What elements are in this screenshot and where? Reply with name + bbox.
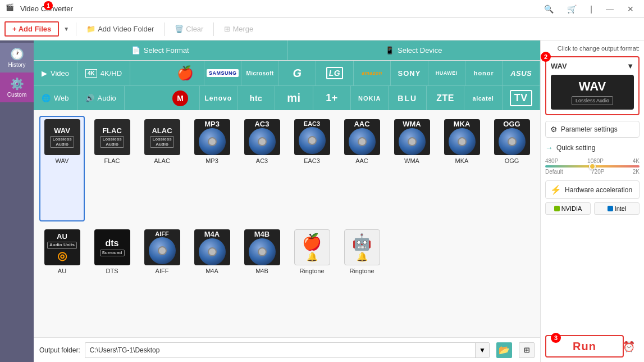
samsung-logo: SAMSUNG [207,69,239,77]
quality-thumb[interactable] [589,163,596,170]
mka-label: MKA [455,157,469,164]
brand-mi[interactable]: mi [275,86,313,110]
flac-label: FLAC [104,157,120,164]
sidebar-item-history[interactable]: 🕐 History [0,43,34,73]
add-files-dropdown[interactable]: ▼ [61,24,71,34]
brand-huawei[interactable]: HUAWEI [428,61,465,85]
mp3-disc [199,128,226,155]
browse-folder-button[interactable]: 📂 [496,342,512,358]
add-folder-button[interactable]: 📁 Add Video Folder [81,22,159,35]
brand-motorola[interactable]: M [162,86,199,110]
format-aiff[interactable]: AIFF AIFF [139,226,185,332]
brand-apple[interactable]: 🍎 [167,61,204,85]
brand-alcatel[interactable]: alcatel [464,86,502,110]
asus-logo: ASUS [510,69,532,78]
format-mka[interactable]: MKA MKA [439,116,485,221]
lg-logo: LG [326,67,343,79]
folder-open-icon: 📂 [499,345,510,355]
m4a-icon: M4A [194,229,230,265]
cat-hd[interactable]: 4K 4K/HD [77,61,130,85]
add-files-button[interactable]: + Add Files [4,21,59,37]
brand-honor[interactable]: honor [465,61,503,85]
brand-zte[interactable]: ZTE [427,86,464,110]
toolbar-separator-2 [164,22,165,36]
alac-icon: ALAC LosslessAudio [144,119,180,155]
search-icon[interactable]: 🔍 [540,3,558,15]
sidebar: 🕐 History ⚙️ Custom [0,40,34,362]
format-dropdown-arrow[interactable]: ▼ [627,62,634,70]
mka-icon: MKA [444,119,480,155]
format-m4a[interactable]: M4A M4A [189,226,235,332]
quick-setting-label: Quick setting [556,144,595,152]
copy-path-button[interactable]: ⊞ [519,342,535,358]
right-panel: Click to change output format: 2 WAV ▼ W… [540,40,644,362]
brand-htc[interactable]: htc [237,86,275,110]
brand-sony[interactable]: SONY [391,61,428,85]
format-dts[interactable]: dts Surround DTS [89,226,135,332]
brand-row-2: 🌐 Web 🔊 Audio M Lenovo htc mi 1+ [34,85,540,110]
format-wav[interactable]: WAV LosslessAudio WAV [39,116,85,221]
format-flac[interactable]: FLAC LosslessAudio FLAC [89,116,135,221]
hardware-acceleration-button[interactable]: ⚡ Hardware acceleration [545,180,640,199]
brand-asus[interactable]: ASUS [503,61,540,85]
cat-web[interactable]: 🌐 Web [34,86,77,110]
output-format-box: 2 WAV ▼ WAV Lossless Audio [545,56,640,115]
merge-button[interactable]: ⊞ Merge [218,22,259,35]
minimize-button[interactable]: — [601,3,618,15]
format-ogg[interactable]: OGG OGG [489,116,535,221]
format-mp3[interactable]: MP3 MP3 [189,116,235,221]
huawei-logo: HUAWEI [436,70,458,76]
intel-badge[interactable]: Intel [594,202,640,215]
format-ac3[interactable]: AC3 AC3 [239,116,285,221]
brand-microsoft[interactable]: Microsoft [241,61,278,85]
device-tab-icon: 📱 [385,46,394,55]
toolbar-separator-3 [213,22,214,36]
lenovo-logo: Lenovo [204,94,232,102]
brand-lenovo[interactable]: Lenovo [200,86,237,110]
nvidia-badge[interactable]: NVIDIA [545,202,591,215]
cart-icon[interactable]: 🛒 [563,3,581,15]
wav-label: WAV [56,157,69,164]
output-format-header: WAV ▼ [551,62,634,70]
format-au[interactable]: AU Audio Units ◎ AU [39,226,85,332]
brand-tv[interactable]: TV [503,86,540,110]
cat-audio[interactable]: 🔊 Audio [77,86,125,110]
google-logo: G [293,67,302,80]
clear-button[interactable]: 🗑️ Clear [169,22,209,35]
path-dropdown-button[interactable]: ▼ [475,343,489,358]
brand-oneplus[interactable]: 1+ [313,86,351,110]
quality-track[interactable] [545,165,640,168]
brand-blu[interactable]: BLU [389,86,426,110]
video-label: Video [51,69,69,78]
format-wma[interactable]: WMA WMA [389,116,435,221]
wma-label: WMA [404,157,419,164]
format-ringtone-android[interactable]: 🤖 🔔 Ringtone [339,226,385,332]
ogg-icon: OGG [494,119,530,155]
close-button[interactable]: ✕ [623,3,638,15]
format-aac[interactable]: AAC AAC [339,116,385,221]
alarm-button[interactable]: ⏰ [623,341,635,353]
parameter-settings-button[interactable]: ⚙ Parameter settings [545,121,640,138]
tab-select-format[interactable]: 📄 Select Format [34,40,287,60]
eac3-icon: EAC3 [294,119,330,155]
main-container: 🕐 History ⚙️ Custom 📄 Select Format 📱 Se… [0,40,644,362]
separator: | [586,3,597,15]
sidebar-item-custom[interactable]: ⚙️ Custom [0,73,34,102]
mp3-label: MP3 [205,157,218,164]
cat-video[interactable]: ▶ Video [34,61,77,85]
format-m4b[interactable]: M4B M4B [239,226,285,332]
brand-google[interactable]: G [279,61,316,85]
output-path-input[interactable] [85,346,475,354]
brand-samsung[interactable]: SAMSUNG [204,61,241,85]
brand-amazon[interactable]: amazon [354,61,391,85]
format-eac3[interactable]: EAC3 EAC3 [289,116,335,221]
app-title: Video Converter [20,4,540,13]
brand-nokia[interactable]: NOKIA [351,86,389,110]
ogg-disc [499,128,526,155]
ogg-label: OGG [505,157,519,164]
eac3-disc [299,127,326,154]
format-ringtone-apple[interactable]: 🍎 🔔 Ringtone [289,226,335,332]
brand-lg[interactable]: LG [316,61,353,85]
format-alac[interactable]: ALAC LosslessAudio ALAC [139,116,185,221]
tab-select-device[interactable]: 📱 Select Device [287,40,541,60]
